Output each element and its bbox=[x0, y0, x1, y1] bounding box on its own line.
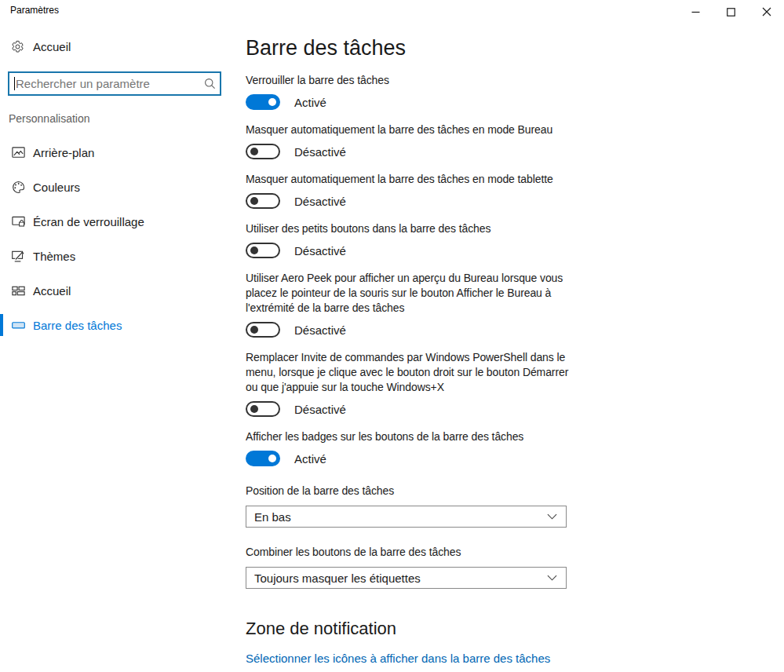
maximize-button[interactable] bbox=[713, 0, 749, 24]
toggle-lock-taskbar[interactable] bbox=[246, 94, 280, 110]
window-title: Paramètres bbox=[10, 5, 59, 16]
search-icon[interactable] bbox=[199, 78, 220, 89]
sidebar-item-label: Thèmes bbox=[33, 250, 75, 263]
titlebar: Paramètres bbox=[0, 0, 784, 25]
chevron-down-icon bbox=[547, 575, 557, 581]
search-box[interactable] bbox=[8, 71, 221, 96]
taskbar-icon bbox=[11, 318, 26, 333]
sidebar-home-label: Accueil bbox=[33, 40, 71, 53]
setting-lock-taskbar: Verrouiller la barre des tâches Activé bbox=[246, 73, 569, 110]
dropdown-value: En bas bbox=[254, 510, 291, 524]
toggle-state-label: Désactivé bbox=[294, 145, 346, 159]
setting-label: Position de la barre des tâches bbox=[246, 484, 569, 499]
sidebar-item-label: Arrière-plan bbox=[33, 146, 94, 159]
setting-combine-buttons: Combiner les boutons de la barre des tâc… bbox=[246, 545, 569, 589]
toggle-state-label: Désactivé bbox=[294, 244, 346, 257]
toggle-knob bbox=[250, 148, 258, 155]
toggle-state-label: Désactivé bbox=[294, 323, 346, 337]
caption-buttons bbox=[678, 0, 784, 24]
toggle-autohide-tablet[interactable] bbox=[246, 193, 280, 209]
toggle-aero-peek[interactable] bbox=[246, 322, 280, 338]
notification-area-title: Zone de notification bbox=[246, 619, 569, 639]
setting-label: Utiliser des petits boutons dans la barr… bbox=[246, 221, 569, 236]
minimize-button[interactable] bbox=[678, 0, 713, 24]
setting-autohide-tablet: Masquer automatiquement la barre des tâc… bbox=[246, 172, 569, 209]
toggle-state-label: Activé bbox=[294, 452, 326, 466]
close-icon bbox=[762, 7, 771, 16]
toggle-autohide-desktop[interactable] bbox=[246, 144, 280, 159]
setting-badges: Afficher les badges sur les boutons de l… bbox=[246, 429, 569, 466]
sidebar-item-label: Barre des tâches bbox=[33, 319, 122, 332]
setting-label: Verrouiller la barre des tâches bbox=[246, 73, 569, 88]
taskbar-settings-page: Barre des tâches Verrouiller la barre de… bbox=[246, 25, 569, 666]
toggle-knob bbox=[250, 405, 258, 413]
toggle-knob bbox=[250, 197, 258, 205]
toggle-small-buttons[interactable] bbox=[246, 243, 280, 258]
setting-aero-peek: Utiliser Aero Peek pour afficher un aper… bbox=[246, 271, 569, 338]
toggle-knob bbox=[250, 326, 258, 334]
toggle-state-label: Activé bbox=[294, 96, 326, 109]
palette-icon bbox=[11, 180, 26, 195]
sidebar-section-header: Personnalisation bbox=[9, 112, 229, 125]
lock-screen-icon bbox=[11, 214, 26, 229]
setting-small-buttons: Utiliser des petits boutons dans la barr… bbox=[246, 221, 569, 258]
toggle-powershell[interactable] bbox=[246, 401, 280, 417]
themes-icon bbox=[11, 249, 26, 264]
setting-autohide-desktop: Masquer automatiquement la barre des tâc… bbox=[246, 122, 569, 159]
toggle-knob bbox=[250, 247, 258, 254]
sidebar-item-themes[interactable]: Thèmes bbox=[0, 239, 229, 273]
setting-taskbar-position: Position de la barre des tâches En bas bbox=[246, 484, 569, 528]
sidebar-item-background[interactable]: Arrière-plan bbox=[0, 135, 229, 170]
toggle-knob bbox=[268, 98, 276, 106]
sidebar-item-taskbar[interactable]: Barre des tâches bbox=[0, 308, 229, 342]
page-title: Barre des tâches bbox=[246, 35, 569, 60]
setting-label: Afficher les badges sur les boutons de l… bbox=[246, 429, 569, 444]
settings-sidebar: Accueil Personnalisation Arrière-plan Co… bbox=[0, 25, 229, 342]
sidebar-nav: Arrière-plan Couleurs Écran de verrouill… bbox=[0, 135, 229, 342]
maximize-icon bbox=[727, 8, 735, 16]
sidebar-item-label: Accueil bbox=[33, 284, 71, 298]
sidebar-item-lock-screen[interactable]: Écran de verrouillage bbox=[0, 204, 229, 239]
gear-icon bbox=[11, 40, 24, 53]
toggle-knob bbox=[268, 455, 276, 462]
toggle-state-label: Désactivé bbox=[294, 403, 346, 416]
setting-label: Utiliser Aero Peek pour afficher un aper… bbox=[246, 271, 569, 316]
minimize-icon bbox=[691, 8, 700, 16]
toggle-state-label: Désactivé bbox=[294, 195, 346, 208]
text-caret bbox=[14, 77, 15, 90]
sidebar-item-label: Couleurs bbox=[33, 181, 80, 194]
sidebar-item-colors[interactable]: Couleurs bbox=[0, 170, 229, 204]
search-input[interactable] bbox=[9, 77, 199, 90]
setting-label: Remplacer Invite de commandes par Window… bbox=[246, 350, 569, 395]
setting-label: Masquer automatiquement la barre des tâc… bbox=[246, 122, 569, 137]
sidebar-item-start[interactable]: Accueil bbox=[0, 273, 229, 308]
sidebar-item-label: Écran de verrouillage bbox=[33, 215, 144, 228]
setting-powershell: Remplacer Invite de commandes par Window… bbox=[246, 350, 569, 417]
image-icon bbox=[11, 145, 26, 160]
dropdown-value: Toujours masquer les étiquettes bbox=[254, 572, 421, 585]
chevron-down-icon bbox=[547, 513, 557, 520]
start-tiles-icon bbox=[11, 283, 26, 298]
setting-label: Masquer automatiquement la barre des tâc… bbox=[246, 172, 569, 187]
link-select-icons[interactable]: Sélectionner les icônes à afficher dans … bbox=[246, 652, 550, 665]
dropdown-taskbar-position[interactable]: En bas bbox=[246, 506, 567, 528]
setting-label: Combiner les boutons de la barre des tâc… bbox=[246, 545, 569, 560]
dropdown-combine-buttons[interactable]: Toujours masquer les étiquettes bbox=[246, 567, 567, 589]
close-button[interactable] bbox=[749, 0, 784, 24]
toggle-badges[interactable] bbox=[246, 451, 280, 466]
sidebar-item-home[interactable]: Accueil bbox=[0, 31, 229, 61]
